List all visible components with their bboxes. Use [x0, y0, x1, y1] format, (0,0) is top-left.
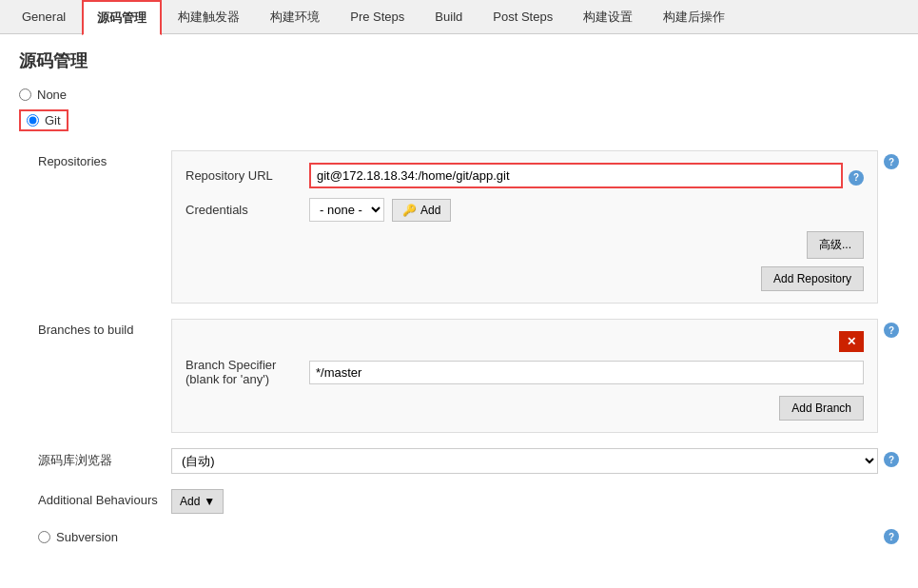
key-icon: 🔑: [402, 204, 417, 217]
subversion-radio[interactable]: [38, 531, 50, 543]
browser-label: 源码库浏览器: [38, 448, 171, 469]
credentials-add-button[interactable]: 🔑 Add: [392, 199, 451, 222]
browser-select[interactable]: (自动): [171, 448, 878, 474]
none-radio[interactable]: [19, 88, 31, 101]
page-content: 源码管理 None Git Repositories Repository UR…: [0, 34, 918, 588]
repo-url-row: Repository URL ?: [186, 163, 864, 188]
add-repo-btn-row: Add Repository: [186, 266, 864, 291]
repo-url-help-icon[interactable]: ?: [849, 170, 864, 186]
branches-help-icon[interactable]: ?: [884, 323, 899, 338]
add-branch-button[interactable]: Add Branch: [779, 396, 864, 421]
git-options: Repositories Repository URL ? Credential…: [38, 150, 899, 544]
add-dropdown-arrow-icon: ▼: [204, 495, 215, 508]
advanced-button[interactable]: 高级...: [807, 231, 864, 259]
repositories-content: Repository URL ? Credentials - none - 🔑 …: [171, 150, 878, 304]
add-branch-btn-row: Add Branch: [186, 396, 864, 421]
subversion-label[interactable]: Subversion: [56, 530, 118, 544]
browser-wrapper: 源码库浏览器 (自动) ?: [38, 448, 899, 474]
none-option: None: [19, 88, 899, 102]
repositories-label: Repositories: [38, 150, 171, 168]
branches-wrapper: Branches to build ✕ Branch Specifier (bl…: [38, 319, 899, 433]
credentials-row: Credentials - none - 🔑 Add: [186, 198, 864, 222]
repo-url-label: Repository URL: [186, 168, 309, 183]
branches-content: ✕ Branch Specifier (blank for 'any') Add…: [171, 319, 878, 433]
credentials-select[interactable]: - none -: [309, 198, 384, 222]
additional-add-label: Add: [180, 495, 200, 508]
repositories-help-icon[interactable]: ?: [884, 154, 899, 169]
repositories-wrapper: Repositories Repository URL ? Credential…: [38, 150, 899, 304]
branch-specifier-label: Branch Specifier (blank for 'any'): [186, 358, 309, 386]
advanced-btn-row: 高级...: [186, 231, 864, 259]
tab-env[interactable]: 构建环境: [256, 0, 334, 34]
tab-poststeps[interactable]: Post Steps: [479, 1, 567, 32]
add-repository-button[interactable]: Add Repository: [761, 266, 864, 291]
credentials-label: Credentials: [186, 203, 309, 217]
browser-select-wrapper: (自动): [171, 448, 878, 474]
tab-presteps[interactable]: Pre Steps: [336, 1, 419, 32]
git-radio[interactable]: [27, 114, 39, 127]
branch-specifier-input[interactable]: [309, 361, 864, 384]
subversion-help-icon[interactable]: ?: [884, 529, 899, 544]
subversion-row: Subversion ?: [38, 529, 899, 544]
tab-bar: General 源码管理 构建触发器 构建环境 Pre Steps Build …: [0, 0, 918, 34]
tab-source[interactable]: 源码管理: [82, 0, 162, 35]
page-title: 源码管理: [19, 49, 899, 72]
additional-add-button[interactable]: Add ▼: [171, 489, 224, 514]
delete-branch-button[interactable]: ✕: [839, 331, 864, 352]
delete-row: ✕: [186, 331, 864, 352]
tab-settings[interactable]: 构建设置: [569, 0, 647, 34]
tab-general[interactable]: General: [8, 1, 80, 32]
scm-radio-group: None Git: [19, 88, 899, 137]
repo-url-input[interactable]: [309, 163, 843, 188]
none-label[interactable]: None: [37, 88, 67, 102]
additional-behaviours-controls: Add ▼: [171, 489, 224, 514]
branches-label: Branches to build: [38, 319, 171, 337]
additional-behaviours-label: Additional Behaviours: [38, 489, 171, 507]
additional-behaviours-wrapper: Additional Behaviours Add ▼: [38, 489, 899, 514]
credentials-add-label: Add: [420, 204, 440, 217]
browser-help-icon[interactable]: ?: [884, 452, 899, 467]
git-label[interactable]: Git: [45, 113, 61, 127]
tab-build[interactable]: Build: [420, 1, 477, 32]
branch-specifier-row: Branch Specifier (blank for 'any'): [186, 358, 864, 386]
tab-triggers[interactable]: 构建触发器: [164, 0, 254, 34]
git-option: Git: [19, 109, 68, 131]
tab-postbuild[interactable]: 构建后操作: [649, 0, 739, 34]
